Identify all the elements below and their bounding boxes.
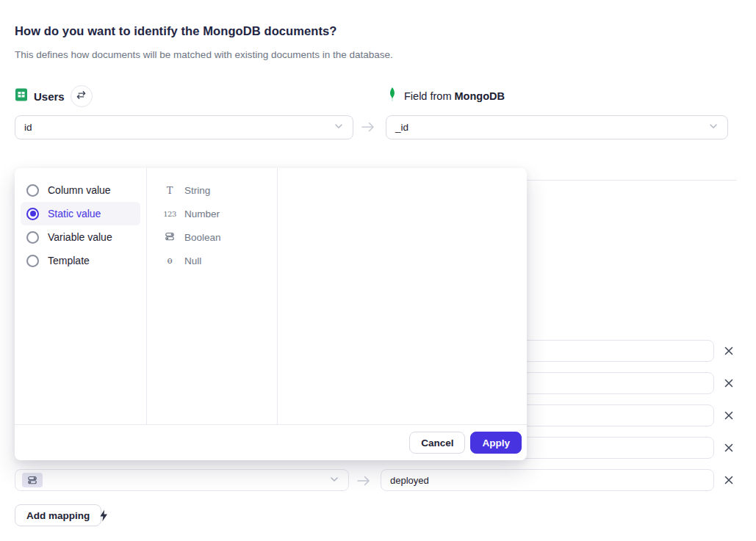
- type-null[interactable]: ɵ Null: [147, 249, 277, 272]
- chevron-down-icon: [708, 121, 719, 134]
- lightning-icon[interactable]: [98, 509, 109, 525]
- swap-icon: [76, 90, 87, 104]
- add-mapping-button[interactable]: Add mapping: [15, 504, 101, 526]
- type-number[interactable]: 123 Number: [147, 202, 277, 225]
- page-title: How do you want to identify the MongoDB …: [15, 24, 337, 38]
- static-type-list: T String 123 Number Boolean ɵ Null: [147, 168, 278, 424]
- close-icon: [724, 443, 734, 453]
- cancel-button[interactable]: Cancel: [409, 432, 465, 454]
- source-table-name: Users: [34, 90, 65, 103]
- remove-mapping-button[interactable]: [721, 473, 736, 487]
- radio-label: Template: [48, 255, 90, 266]
- chevron-down-icon: [329, 474, 339, 487]
- source-header: Users: [15, 85, 93, 107]
- radio-static-value[interactable]: Static value: [21, 202, 140, 225]
- radio-icon: [26, 255, 39, 267]
- swap-button[interactable]: [71, 85, 93, 107]
- close-icon: [724, 378, 734, 388]
- radio-column-value[interactable]: Column value: [21, 178, 140, 202]
- close-icon: [724, 410, 734, 421]
- radio-template[interactable]: Template: [21, 249, 140, 272]
- radio-icon: [26, 184, 39, 197]
- identify-source-select[interactable]: id: [15, 115, 353, 139]
- target-header: Field from MongoDB: [388, 85, 505, 107]
- mapping-target-input[interactable]: [381, 469, 714, 491]
- string-icon: T: [163, 185, 176, 196]
- identify-target-select[interactable]: _id: [386, 115, 728, 139]
- target-field-label: Field from MongoDB: [404, 90, 505, 102]
- remove-mapping-button[interactable]: [721, 344, 736, 358]
- close-icon: [724, 475, 734, 485]
- page-subtitle: This defines how documents will be match…: [15, 49, 393, 60]
- mongodb-leaf-icon: [388, 87, 397, 106]
- number-icon: 123: [163, 210, 176, 218]
- radio-label: Column value: [48, 184, 111, 196]
- static-value-panel: [278, 168, 527, 424]
- arrow-right-icon: [356, 473, 372, 491]
- boolean-type-badge: [22, 473, 43, 487]
- radio-icon: [26, 231, 39, 244]
- radio-icon: [26, 208, 39, 220]
- type-label: String: [184, 185, 210, 196]
- remove-mapping-button[interactable]: [721, 408, 736, 423]
- value-type-list: Column value Static value Variable value…: [15, 168, 147, 424]
- remove-mapping-button[interactable]: [721, 376, 736, 391]
- type-label: Null: [184, 255, 201, 266]
- spreadsheet-icon: [15, 88, 28, 104]
- close-icon: [724, 346, 734, 356]
- radio-label: Variable value: [48, 231, 112, 243]
- apply-button[interactable]: Apply: [470, 432, 522, 454]
- identify-target-value: _id: [395, 122, 708, 133]
- arrow-right-icon: [360, 120, 376, 137]
- popover-footer: Cancel Apply: [15, 424, 527, 460]
- remove-mapping-button[interactable]: [721, 440, 736, 455]
- radio-variable-value[interactable]: Variable value: [21, 225, 140, 249]
- null-icon: ɵ: [163, 255, 176, 266]
- type-label: Boolean: [184, 232, 221, 243]
- type-label: Number: [184, 208, 220, 219]
- boolean-icon: [163, 231, 176, 244]
- value-type-popover: Column value Static value Variable value…: [15, 168, 527, 460]
- boolean-icon: [27, 475, 37, 485]
- chevron-down-icon: [334, 121, 344, 134]
- radio-label: Static value: [48, 208, 101, 219]
- identify-source-value: id: [24, 122, 334, 133]
- type-string[interactable]: T String: [147, 178, 277, 202]
- type-boolean[interactable]: Boolean: [147, 225, 277, 249]
- mapping-source-select[interactable]: [15, 469, 349, 491]
